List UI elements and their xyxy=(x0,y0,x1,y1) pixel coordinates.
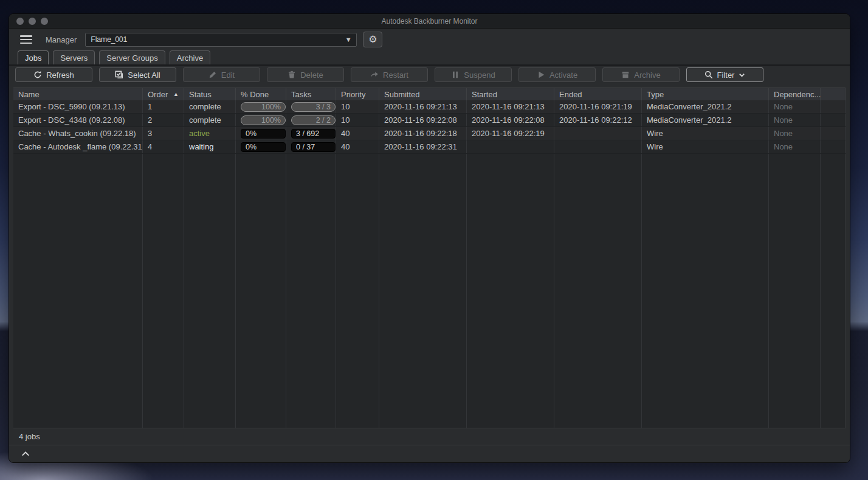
cell-filler xyxy=(821,140,846,153)
cell-name: Export - DSC_4348 (09.22.08) xyxy=(13,114,143,126)
column-header-priority[interactable]: Priority xyxy=(336,88,379,100)
filter-button[interactable]: Filter xyxy=(686,67,763,82)
table-row[interactable]: Export - DSC_5990 (09.21.13) 1 complete … xyxy=(13,100,846,114)
window-title: Autodesk Backburner Monitor xyxy=(9,17,850,26)
progress-pill: 100% xyxy=(241,102,286,112)
cell-type: Wire xyxy=(642,127,769,140)
cell-priority: 40 xyxy=(336,140,379,153)
cell-filler xyxy=(821,127,846,140)
progress-pill: 0% xyxy=(241,129,286,139)
tab-servers[interactable]: Servers xyxy=(53,50,95,64)
progress-pill: 0% xyxy=(241,142,286,152)
chevron-up-icon[interactable] xyxy=(21,450,30,458)
cell-priority: 10 xyxy=(336,114,379,126)
cell-name: Cache - Autodesk _flame (09.22.31) xyxy=(13,140,143,153)
cell-name: Export - DSC_5990 (09.21.13) xyxy=(13,100,143,113)
cell-done: 100% xyxy=(236,114,286,126)
archive-button[interactable]: Archive xyxy=(602,67,680,82)
cell-status: complete xyxy=(184,114,236,126)
column-header-order[interactable]: Order▲ xyxy=(143,88,184,100)
cell-ended xyxy=(554,140,642,153)
tasks-pill: 0 / 37 xyxy=(291,142,336,152)
settings-button[interactable]: ⚙ xyxy=(363,32,382,47)
cell-order: 4 xyxy=(143,140,184,153)
hamburger-menu-icon[interactable] xyxy=(20,35,32,44)
cell-tasks: 3 / 3 xyxy=(286,100,336,113)
cell-dependencies: None xyxy=(769,127,821,140)
column-header-tasks[interactable]: Tasks xyxy=(286,88,336,100)
cell-status: complete xyxy=(184,100,236,113)
cell-started: 2020-11-16 09:22:19 xyxy=(467,127,554,140)
cell-order: 3 xyxy=(143,127,184,140)
manager-select[interactable]: Flame_001 ▼ xyxy=(85,33,357,47)
tab-server-groups[interactable]: Server Groups xyxy=(99,50,165,64)
cell-ended xyxy=(554,127,642,140)
gear-icon: ⚙ xyxy=(368,35,377,44)
table-row[interactable]: Export - DSC_4348 (09.22.08) 2 complete … xyxy=(13,114,846,127)
cell-filler xyxy=(821,114,846,126)
manager-select-value: Flame_001 xyxy=(86,35,340,44)
cell-dependencies: None xyxy=(769,100,821,113)
column-header-submitted[interactable]: Submitted xyxy=(379,88,467,100)
cell-order: 1 xyxy=(143,100,184,113)
sort-ascending-icon: ▲ xyxy=(173,91,179,97)
table-row[interactable]: Cache - Whats_cookin (09.22.18) 3 active… xyxy=(13,127,846,140)
column-header-status[interactable]: Status xyxy=(184,88,236,100)
cell-type: MediaConverter_2021.2 xyxy=(642,114,769,126)
tab-archive[interactable]: Archive xyxy=(170,50,210,64)
tasks-pill: 3 / 692 xyxy=(291,129,336,139)
cell-name: Cache - Whats_cookin (09.22.18) xyxy=(13,127,143,140)
cell-type: MediaConverter_2021.2 xyxy=(642,100,769,113)
tasks-pill: 3 / 3 xyxy=(291,102,336,112)
chevron-down-icon: ▼ xyxy=(340,33,356,46)
column-header-done[interactable]: % Done xyxy=(236,88,286,100)
jobs-table: Name Order▲ Status % Done Tasks Priority… xyxy=(13,87,846,428)
select-all-button[interactable]: Select All xyxy=(99,67,176,82)
delete-button[interactable]: Delete xyxy=(267,67,344,82)
restart-button[interactable]: Restart xyxy=(351,67,428,82)
suspend-button[interactable]: Suspend xyxy=(435,67,512,82)
cell-priority: 10 xyxy=(336,100,379,113)
table-row[interactable]: Cache - Autodesk _flame (09.22.31) 4 wai… xyxy=(13,140,846,154)
cell-tasks: 3 / 692 xyxy=(286,127,336,140)
table-header: Name Order▲ Status % Done Tasks Priority… xyxy=(13,87,846,100)
job-count: 4 jobs xyxy=(19,432,40,441)
search-icon xyxy=(704,70,713,79)
cell-submitted: 2020-11-16 09:21:13 xyxy=(379,100,467,113)
status-bar: 4 jobs xyxy=(9,428,850,445)
cell-done: 100% xyxy=(236,100,286,113)
cell-tasks: 2 / 2 xyxy=(286,114,336,126)
desktop: { "window": { "title": "Autodesk Backbur… xyxy=(0,0,868,480)
cell-filler xyxy=(821,100,846,113)
cell-tasks: 0 / 37 xyxy=(286,140,336,153)
column-header-type[interactable]: Type xyxy=(642,88,769,100)
cell-ended: 2020-11-16 09:22:12 xyxy=(554,114,642,126)
edit-button[interactable]: Edit xyxy=(183,67,260,82)
activate-button[interactable]: Activate xyxy=(518,67,596,82)
refresh-icon xyxy=(33,70,42,79)
cell-order: 2 xyxy=(143,114,184,126)
table-empty-area xyxy=(13,154,846,428)
column-header-started[interactable]: Started xyxy=(467,88,554,100)
column-header-ended[interactable]: Ended xyxy=(554,88,642,100)
column-header-dependencies[interactable]: Dependenc... xyxy=(769,88,821,100)
cell-done: 0% xyxy=(236,140,286,153)
column-header-name[interactable]: Name xyxy=(13,88,143,100)
refresh-button[interactable]: Refresh xyxy=(15,67,92,82)
progress-pill: 100% xyxy=(241,115,286,125)
restart-icon xyxy=(370,70,379,79)
cell-dependencies: None xyxy=(769,140,821,153)
cell-priority: 40 xyxy=(336,127,379,140)
trash-icon xyxy=(288,70,296,79)
cell-started: 2020-11-16 09:22:08 xyxy=(467,114,554,126)
cell-status: active xyxy=(184,127,236,140)
cell-done: 0% xyxy=(236,127,286,140)
cell-submitted: 2020-11-16 09:22:31 xyxy=(379,140,467,153)
titlebar: Autodesk Backburner Monitor xyxy=(9,14,850,29)
bottom-bar xyxy=(9,445,850,462)
tab-jobs[interactable]: Jobs xyxy=(18,50,49,64)
action-button-row: Refresh Select All Edit Delete Restart S… xyxy=(15,67,850,82)
cell-status: waiting xyxy=(184,140,236,153)
manager-label: Manager xyxy=(46,35,77,44)
cell-submitted: 2020-11-16 09:22:08 xyxy=(379,114,467,126)
